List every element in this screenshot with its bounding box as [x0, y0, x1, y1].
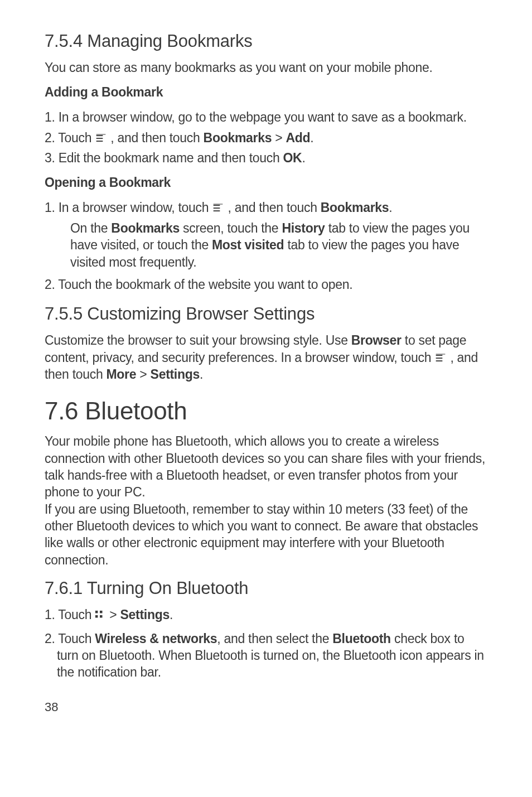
svg-rect-0: [96, 135, 103, 136]
svg-rect-4: [214, 205, 220, 206]
text: .: [302, 151, 305, 165]
manual-page: 7.5.4 Managing Bookmarks You can store a…: [0, 0, 532, 737]
svg-rect-8: [436, 355, 443, 356]
text: , and then touch: [107, 131, 203, 145]
text: 1. Touch: [45, 607, 95, 622]
svg-rect-7: [214, 204, 223, 205]
svg-rect-10: [436, 360, 443, 361]
text: 2. Touch: [45, 631, 95, 646]
turning-on-step-1: 1. Touch > Settings.: [45, 606, 487, 623]
settings-label: Settings: [120, 607, 170, 622]
opening-step-1: 1. In a browser window, touch , and then…: [45, 199, 487, 216]
opening-note: On the Bookmarks screen, touch the Histo…: [70, 220, 487, 271]
text: screen, touch the: [180, 221, 282, 235]
most-visited-label: Most visited: [212, 238, 284, 252]
bookmarks-label: Bookmarks: [111, 221, 180, 235]
heading-755: 7.5.5 Customizing Browser Settings: [45, 304, 487, 324]
intro-754: You can store as many bookmarks as you w…: [45, 59, 487, 76]
browser-label: Browser: [351, 333, 402, 347]
wireless-networks-label: Wireless & networks: [95, 631, 217, 646]
text: On the: [70, 221, 111, 235]
text: .: [170, 607, 173, 622]
menu-icon: [212, 202, 224, 214]
text: , and then touch: [224, 200, 320, 215]
svg-rect-9: [436, 358, 443, 359]
opening-step-2: 2. Touch the bookmark of the website you…: [45, 276, 487, 293]
adding-step-2: 2. Touch , and then touch Bookmarks > Ad…: [45, 129, 487, 146]
history-label: History: [282, 221, 325, 235]
svg-rect-2: [96, 141, 103, 142]
bookmarks-label: Bookmarks: [204, 131, 272, 145]
svg-rect-5: [214, 208, 220, 209]
svg-rect-1: [96, 138, 103, 139]
text: .: [310, 131, 313, 145]
more-label: More: [107, 367, 137, 381]
settings-label: Settings: [151, 367, 200, 381]
text: , and then select the: [217, 631, 332, 646]
svg-rect-14: [95, 615, 98, 618]
text: >: [272, 131, 286, 145]
text: >: [136, 367, 150, 381]
page-number: 38: [45, 700, 487, 714]
svg-rect-12: [95, 611, 98, 614]
heading-76: 7.6 Bluetooth: [45, 397, 487, 425]
bluetooth-paragraph: Your mobile phone has Bluetooth, which a…: [45, 433, 487, 568]
adding-step-3: 3. Edit the bookmark name and then touch…: [45, 149, 487, 166]
adding-step-1: 1. In a browser window, go to the webpag…: [45, 109, 487, 125]
subheading-opening-bookmark: Opening a Bookmark: [45, 175, 487, 190]
text: 2. Touch: [45, 131, 95, 145]
bluetooth-label: Bluetooth: [332, 631, 391, 646]
heading-761: 7.6.1 Turning On Bluetooth: [45, 578, 487, 598]
add-label: Add: [286, 131, 310, 145]
customize-paragraph: Customize the browser to suit your brows…: [45, 332, 487, 383]
text: 3. Edit the bookmark name and then touch: [45, 151, 283, 165]
ok-label: OK: [283, 151, 302, 165]
text: Customize the browser to suit your brows…: [45, 333, 351, 347]
bookmarks-label: Bookmarks: [321, 200, 389, 215]
svg-rect-3: [96, 134, 106, 134]
svg-rect-11: [436, 354, 446, 354]
subheading-adding-bookmark: Adding a Bookmark: [45, 85, 487, 100]
text: >: [106, 607, 120, 622]
menu-icon: [95, 133, 107, 144]
heading-754: 7.5.4 Managing Bookmarks: [45, 31, 487, 51]
text: 1. In a browser window, touch: [45, 200, 212, 215]
svg-rect-6: [214, 211, 220, 212]
svg-rect-15: [100, 615, 103, 618]
apps-icon: [95, 610, 106, 620]
text: .: [389, 200, 392, 215]
turning-on-step-2: 2. Touch Wireless & networks, and then s…: [45, 630, 487, 681]
text: .: [200, 367, 203, 381]
menu-icon: [434, 352, 447, 364]
svg-rect-13: [100, 611, 103, 614]
